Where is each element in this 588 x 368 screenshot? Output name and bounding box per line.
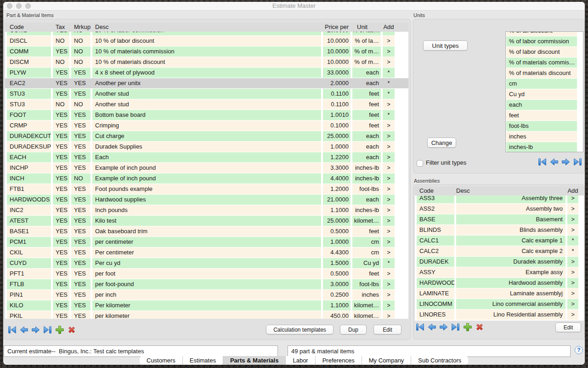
part-row[interactable]: ATESTYESYESKilo test25.0000kilomet…> xyxy=(5,216,408,226)
add-part-button[interactable]: > xyxy=(383,36,395,46)
part-row[interactable]: STU3YESYESAnother stud0.1100feet* xyxy=(5,89,408,99)
add-assembly-button[interactable]: > xyxy=(567,267,578,277)
assemblies-last-record-button[interactable] xyxy=(450,322,461,333)
tab-my-company[interactable]: My Company xyxy=(362,356,411,365)
add-part-button[interactable]: * xyxy=(383,68,395,78)
tab-sub-contractors[interactable]: Sub Contractors xyxy=(411,356,468,365)
add-part-button[interactable]: > xyxy=(383,57,395,67)
unit-list-item[interactable]: feet xyxy=(506,110,577,121)
add-assembly-button[interactable]: > xyxy=(567,214,578,224)
add-assembly-button[interactable]: * xyxy=(567,236,578,246)
assembly-row[interactable]: ASS3Assembly three> xyxy=(415,196,584,203)
assembly-row[interactable]: BLINDSBlinds assembly> xyxy=(415,225,584,235)
add-part-button[interactable]: * xyxy=(383,32,395,35)
part-row[interactable]: COMMYESNO10 % of materials commission10.… xyxy=(5,46,408,57)
part-row[interactable]: FOOTYESYESBottom base board1.0010feet* xyxy=(5,110,408,120)
assembly-row[interactable]: CALC2Calc example 2* xyxy=(415,246,584,256)
add-part-button[interactable]: > xyxy=(383,195,395,205)
column-header-price[interactable]: Price per xyxy=(323,23,351,32)
add-assembly-button[interactable]: > xyxy=(567,299,578,309)
part-row[interactable]: FTB1YESYESFoot pounds example1.2000foot-… xyxy=(5,184,408,194)
part-row[interactable]: STU3NONOAnother stud0.1100feet> xyxy=(5,99,408,109)
unit-list-item[interactable]: Cu yd xyxy=(506,89,577,99)
tab-customers[interactable]: Customers xyxy=(140,356,182,365)
add-part-button[interactable]: > xyxy=(383,226,395,236)
add-part-button[interactable]: > xyxy=(383,247,395,258)
column-header-tax[interactable]: Tax xyxy=(53,23,69,32)
assemblies-column-header-code[interactable]: Code xyxy=(417,186,454,196)
part-row[interactable]: BASE1YESYESOak baseboard trim0.5000feet> xyxy=(5,226,408,236)
assembly-row[interactable]: LINORESLino Residential assembly> xyxy=(415,310,584,320)
parts-table-viewport[interactable]: COMLYESNO10 % of labor commission10.0000… xyxy=(5,32,408,319)
column-header-desc[interactable]: Desc xyxy=(92,23,321,32)
assembly-row[interactable]: HARDWOODHardwood assembly> xyxy=(415,278,584,288)
part-row[interactable]: DISCLNONO10 % of labor discount10.0000% … xyxy=(5,36,408,46)
part-row[interactable]: HARDWOODSYESYESHardwood supplies21.0000e… xyxy=(5,195,408,205)
part-row[interactable]: INCHYESNOExample of inch pound4.4000inch… xyxy=(5,173,408,184)
next-record-button[interactable] xyxy=(30,324,41,335)
part-row[interactable]: EAC2YESYESAnother per unitx2.0000each* xyxy=(5,78,408,88)
part-row[interactable]: PKILYESYESper kilometer450.00kilomet…> xyxy=(5,311,408,319)
tab-labor[interactable]: Labor xyxy=(285,356,315,365)
unit-list-item[interactable]: % of materials commis… xyxy=(506,58,577,68)
add-part-button[interactable]: > xyxy=(383,173,395,184)
zoom-window-button[interactable] xyxy=(25,3,31,9)
assembly-row[interactable]: LINOCOMMLino commercial assembly> xyxy=(415,299,584,309)
part-row[interactable]: INCHPYESYESExample of inch pound3.3000in… xyxy=(5,163,408,173)
units-first-record-button[interactable] xyxy=(537,156,548,167)
part-row[interactable]: DURADEKSUPYESYESDuradek Supplies1.0000ea… xyxy=(5,142,408,152)
unit-list-item[interactable]: % of materials discount xyxy=(506,68,577,78)
assemblies-table-viewport[interactable]: ASS3Assembly three>ASS2Assembly two>BASE… xyxy=(415,196,584,321)
assemblies-delete-record-icon[interactable] xyxy=(474,322,485,333)
add-part-button[interactable]: * xyxy=(383,78,395,88)
column-header-code[interactable]: Code xyxy=(7,23,51,32)
assembly-row[interactable]: DURADEKDuradek assembly> xyxy=(415,257,584,267)
part-row[interactable]: CUYDYESYESPer cu yd1.5000Cu yd* xyxy=(5,258,408,268)
unit-list-item[interactable]: cm xyxy=(506,79,577,89)
add-part-button[interactable]: > xyxy=(383,311,395,319)
add-part-button[interactable]: > xyxy=(383,216,395,226)
column-header-mrkup[interactable]: Mrkup xyxy=(71,23,90,32)
previous-record-button[interactable] xyxy=(18,324,29,335)
assembly-row[interactable]: ASS2Assembly two> xyxy=(415,204,584,214)
assembly-row[interactable]: LAMINATELaminate assemblyj> xyxy=(415,288,584,299)
tab-parts-materials[interactable]: Parts & Materials xyxy=(223,356,286,365)
part-row[interactable]: KILOYESYESPer kilometer1.1000kilomet…> xyxy=(5,300,408,310)
add-assembly-button[interactable]: > xyxy=(567,310,578,320)
unit-list-item[interactable]: % of labor discount xyxy=(506,47,577,57)
add-part-button[interactable]: > xyxy=(383,163,395,173)
dup-button[interactable]: Dup xyxy=(340,325,367,334)
unit-type-list[interactable]: % of all discount% of labor commission% … xyxy=(505,31,583,152)
assembly-row[interactable]: CALC1Calc example 1* xyxy=(415,236,584,246)
part-row[interactable]: PIN1YESYESper inch0.2500inches> xyxy=(5,290,408,300)
first-record-button[interactable] xyxy=(6,324,17,335)
help-icon[interactable]: ? xyxy=(575,346,583,354)
unit-list-item[interactable]: % of labor commission xyxy=(506,36,577,46)
add-part-button[interactable]: > xyxy=(383,152,395,162)
unit-list-item[interactable]: inches-lb xyxy=(506,142,577,152)
column-header-add[interactable]: Add xyxy=(383,23,395,32)
edit-parts-button[interactable]: Edit xyxy=(373,325,401,334)
add-part-button[interactable]: > xyxy=(383,184,395,194)
add-part-button[interactable]: > xyxy=(383,121,395,131)
assemblies-column-header-desc[interactable]: Desc xyxy=(456,186,565,196)
unit-list-item[interactable]: each xyxy=(506,100,577,110)
part-row[interactable]: CRMPYESYESCrimping0.1000feet> xyxy=(5,121,408,131)
part-row[interactable]: COMLYESNO10 % of labor commission10.0000… xyxy=(5,32,408,35)
add-part-button[interactable]: > xyxy=(383,131,395,141)
part-row[interactable]: PLYWYESYES4 x 8 sheet of plywood33.0000e… xyxy=(5,68,408,78)
filter-unit-types-checkbox[interactable] xyxy=(417,160,423,167)
add-assembly-button[interactable]: > xyxy=(567,278,578,288)
add-part-button[interactable]: > xyxy=(383,300,395,310)
part-row[interactable]: CKILYESYESPer centimeter4.4300cm> xyxy=(5,247,408,258)
add-assembly-button[interactable]: > xyxy=(567,196,578,203)
minimize-window-button[interactable] xyxy=(16,3,22,9)
add-part-button[interactable]: * xyxy=(383,110,395,120)
part-row[interactable]: DURADEKCUTYESYESCut charge25.0000each> xyxy=(5,131,408,141)
add-part-button[interactable]: > xyxy=(383,269,395,279)
unit-types-button[interactable]: Unit types xyxy=(423,40,468,51)
tab-preferences[interactable]: Preferences xyxy=(315,356,362,365)
assemblies-previous-record-button[interactable] xyxy=(426,322,437,333)
add-assembly-button[interactable]: * xyxy=(567,246,578,256)
add-assembly-button[interactable]: > xyxy=(567,288,578,299)
